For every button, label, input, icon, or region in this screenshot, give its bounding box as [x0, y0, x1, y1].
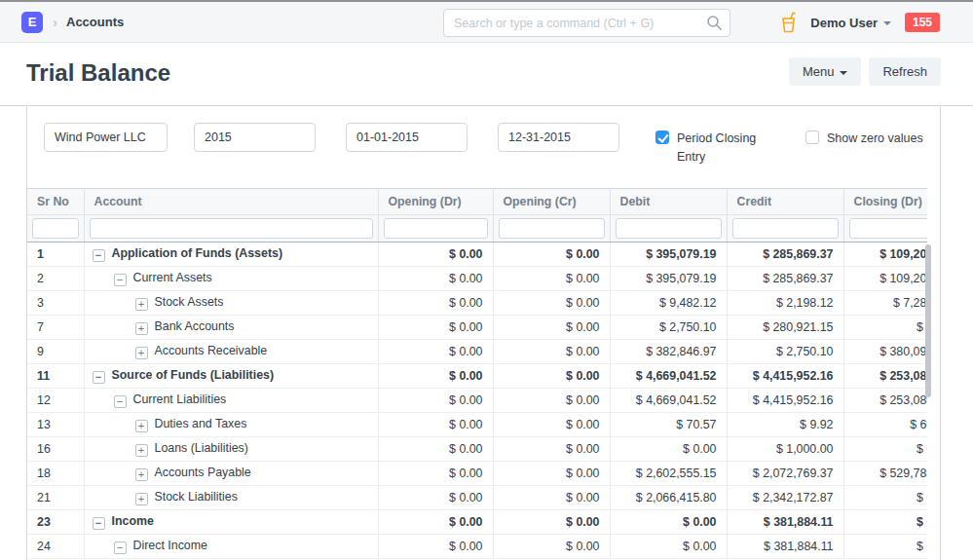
opening-dr-cell: $ 0.00 — [378, 340, 493, 364]
collapse-node-icon[interactable]: − — [114, 395, 127, 408]
account-name: Current Liabilities — [133, 392, 227, 406]
checkbox-icon[interactable] — [805, 131, 819, 144]
opening-dr-cell: $ 0.00 — [378, 510, 493, 535]
user-menu[interactable]: Demo User — [810, 16, 891, 30]
table-row[interactable]: 3+Stock Assets$ 0.00$ 0.00$ 9,482.12$ 2,… — [27, 291, 927, 316]
breadcrumb[interactable]: Accounts — [66, 15, 124, 29]
expand-node-icon[interactable]: + — [135, 444, 148, 457]
account-cell[interactable]: −Source of Funds (Liabilities) — [84, 364, 378, 389]
account-cell[interactable]: +Bank Accounts — [84, 316, 378, 340]
opening-dr-cell: $ 0.00 — [378, 389, 493, 413]
column-filter-input[interactable] — [616, 218, 722, 239]
column-header-debit[interactable]: Debit — [610, 189, 727, 215]
menu-button[interactable]: Menu — [789, 57, 862, 86]
table-row[interactable]: 2−Current Assets$ 0.00$ 0.00$ 395,079.19… — [27, 267, 927, 291]
expand-node-icon[interactable]: + — [135, 493, 148, 505]
credit-cell: $ 280,921.15 — [727, 316, 843, 340]
period-closing-entry-checkbox[interactable]: Period Closing Entry — [655, 130, 772, 168]
expand-node-icon[interactable]: + — [135, 347, 148, 359]
debit-cell: $ 4,669,041.52 — [610, 389, 727, 413]
fiscal-year-filter-input[interactable] — [194, 123, 316, 152]
column-filter-input[interactable] — [732, 218, 839, 239]
table-row[interactable]: 16+Loans (Liabilities)$ 0.00$ 0.00$ 0.00… — [27, 437, 927, 462]
notifications-badge[interactable]: 155 — [905, 13, 940, 32]
debit-cell: $ 2,602,555.15 — [610, 462, 727, 486]
account-name: Application of Funds (Assets) — [112, 246, 283, 260]
vertical-scrollbar-thumb[interactable] — [925, 244, 931, 397]
account-cell[interactable]: −Current Liabilities — [84, 389, 378, 413]
expand-node-icon[interactable]: + — [135, 468, 148, 481]
account-name: Duties and Taxes — [155, 417, 247, 430]
credit-cell: $ 9.92 — [727, 413, 843, 437]
account-cell[interactable]: +Duties and Taxes — [84, 413, 378, 437]
company-filter-input[interactable] — [44, 123, 168, 152]
collapse-node-icon[interactable]: − — [114, 541, 127, 554]
table-row[interactable]: 18+Accounts Payable$ 0.00$ 0.00$ 2,602,5… — [27, 462, 927, 486]
user-name: Demo User — [810, 16, 878, 30]
collapse-node-icon[interactable]: − — [93, 371, 105, 384]
sr-no-cell: 21 — [27, 486, 84, 510]
account-cell[interactable]: −Income — [84, 510, 378, 535]
collapse-node-icon[interactable]: − — [93, 249, 105, 262]
page-title: Trial Balance — [26, 59, 170, 87]
table-row[interactable]: 9+Accounts Receivable$ 0.00$ 0.00$ 382,8… — [27, 340, 927, 364]
account-cell[interactable]: +Accounts Receivable — [84, 340, 378, 364]
column-filter-input[interactable] — [849, 218, 928, 239]
to-date-filter-input[interactable] — [498, 123, 619, 152]
opening-cr-cell: $ 0.00 — [493, 462, 610, 486]
account-cell[interactable]: +Accounts Payable — [84, 462, 378, 486]
column-filter-input[interactable] — [32, 218, 79, 239]
account-cell[interactable]: −Current Assets — [84, 267, 378, 291]
checkbox-label: Period Closing Entry — [677, 130, 772, 168]
account-cell[interactable]: +Stock Assets — [84, 291, 378, 316]
column-filter-input[interactable] — [90, 218, 373, 239]
app-logo[interactable]: E — [21, 12, 43, 33]
account-name: Accounts Payable — [155, 466, 251, 479]
column-header-opening-dr[interactable]: Opening (Dr) — [378, 189, 493, 215]
table-row[interactable]: 21+Stock Liabilities$ 0.00$ 0.00$ 2,066,… — [27, 486, 927, 510]
column-filter-cell — [727, 215, 843, 243]
table-row[interactable]: 7+Bank Accounts$ 0.00$ 0.00$ 2,750.10$ 2… — [27, 316, 927, 340]
account-cell[interactable]: −Direct Income — [84, 535, 378, 559]
search-input[interactable] — [443, 9, 730, 37]
refresh-button[interactable]: Refresh — [869, 57, 941, 86]
column-filter-input[interactable] — [499, 218, 605, 239]
table-row[interactable]: 11−Source of Funds (Liabilities)$ 0.00$ … — [27, 364, 927, 389]
column-header-credit[interactable]: Credit — [727, 189, 843, 215]
account-cell[interactable]: +Loans (Liabilities) — [84, 437, 378, 462]
column-header-sr-no[interactable]: Sr No — [27, 189, 84, 215]
table-row[interactable]: 23−Income$ 0.00$ 0.00$ 0.00$ 381,884.11$… — [27, 510, 927, 535]
table-row[interactable]: 24−Direct Income$ 0.00$ 0.00$ 0.00$ 381,… — [27, 535, 927, 559]
account-cell[interactable]: −Application of Funds (Assets) — [84, 243, 378, 267]
expand-node-icon[interactable]: + — [135, 298, 148, 311]
opening-cr-cell: $ 0.00 — [493, 389, 610, 413]
chevron-down-icon — [840, 71, 847, 75]
opening-cr-cell: $ 0.00 — [493, 437, 610, 462]
column-filter-input[interactable] — [384, 218, 488, 239]
from-date-filter-input[interactable] — [346, 123, 468, 152]
debit-cell: $ 395,079.19 — [610, 267, 727, 291]
debit-cell: $ 4,669,041.52 — [610, 364, 727, 389]
opening-cr-cell: $ 0.00 — [493, 243, 610, 267]
show-zero-values-checkbox[interactable]: Show zero values — [805, 130, 923, 148]
navbar: E › Accounts Demo User 155 — [0, 2, 973, 43]
expand-node-icon[interactable]: + — [135, 322, 148, 335]
page-head: Trial Balance Menu Refresh — [0, 43, 973, 106]
table-row[interactable]: 1−Application of Funds (Assets)$ 0.00$ 0… — [27, 243, 927, 267]
global-search — [443, 9, 730, 37]
checkbox-icon[interactable] — [655, 131, 669, 144]
opening-dr-cell: $ 0.00 — [378, 486, 493, 510]
table-row[interactable]: 12−Current Liabilities$ 0.00$ 0.00$ 4,66… — [27, 389, 927, 413]
column-header-account[interactable]: Account — [84, 189, 378, 215]
table-row[interactable]: 13+Duties and Taxes$ 0.00$ 0.00$ 70.57$ … — [27, 413, 927, 437]
column-header-closing-dr[interactable]: Closing (Dr) — [843, 189, 927, 215]
debit-cell: $ 0.00 — [610, 510, 727, 535]
sr-no-cell: 18 — [27, 462, 84, 486]
column-header-opening-cr[interactable]: Opening (Cr) — [493, 189, 610, 215]
juice-cup-icon[interactable] — [780, 12, 797, 33]
collapse-node-icon[interactable]: − — [114, 274, 127, 286]
sr-no-cell: 2 — [27, 267, 84, 291]
account-cell[interactable]: +Stock Liabilities — [84, 486, 378, 510]
expand-node-icon[interactable]: + — [135, 420, 148, 432]
collapse-node-icon[interactable]: − — [93, 517, 105, 530]
